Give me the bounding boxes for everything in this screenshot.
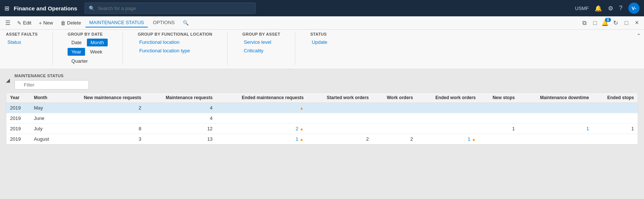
cell-downtime xyxy=(518,113,593,124)
ended-mr-arrow: ▲ xyxy=(300,127,304,131)
ended-mr-link[interactable]: 2 xyxy=(296,126,298,131)
user-avatar[interactable]: V- xyxy=(628,3,640,14)
edit-button[interactable]: ✎ Edit xyxy=(14,19,34,27)
service-level-item[interactable]: Service level xyxy=(243,39,280,46)
expand-icon[interactable]: ⧉ xyxy=(580,18,589,28)
col-new-stops: New stops xyxy=(479,93,518,103)
delete-button[interactable]: 🗑 Delete xyxy=(58,19,84,27)
main-content: ◢ MAINTENANCE STATUS 🔍 Year Month New ma… xyxy=(0,69,644,199)
tab-maintenance-status[interactable]: MAINTENANCE STATUS xyxy=(85,18,148,27)
downtime-link[interactable]: 1 xyxy=(586,126,589,131)
asset-faults-title: ASSET FAULTS xyxy=(6,32,38,36)
col-ended-mr: Ended maintenance requests xyxy=(216,93,307,103)
cell-mr: 4 xyxy=(145,103,216,113)
col-wo: Work orders xyxy=(373,93,417,103)
cell-ended-mr xyxy=(216,113,307,124)
col-downtime: Maintenance downtime xyxy=(518,93,593,103)
bell-icon[interactable]: 🔔 xyxy=(595,5,602,12)
cell-year: 2019 xyxy=(6,113,30,124)
cell-month: May xyxy=(30,103,59,113)
cell-month: July xyxy=(30,124,59,134)
table-row[interactable]: 2019 June 4 xyxy=(6,113,638,124)
status-group-title: STATUS xyxy=(310,32,329,36)
ended-mr-link[interactable]: 1 xyxy=(296,136,298,142)
cell-ended-mr: 1 ▲ xyxy=(216,134,307,144)
cell-ended-stops xyxy=(593,113,638,124)
cell-new-mr: 8 xyxy=(60,124,145,134)
ribbon-bar: ☰ ✎ Edit + New 🗑 Delete MAINTENANCE STAT… xyxy=(0,16,644,30)
new-label: New xyxy=(43,20,53,26)
ribbon-search-icon[interactable]: 🔍 xyxy=(180,19,192,27)
date-option-year[interactable]: Year xyxy=(68,48,85,56)
delete-icon: 🗑 xyxy=(61,20,66,26)
edit-icon: ✎ xyxy=(17,20,22,26)
update-item[interactable]: Update xyxy=(310,39,329,46)
word-icon[interactable]: □ xyxy=(591,18,599,28)
col-month: Month xyxy=(30,93,59,103)
gear-icon[interactable]: ⚙ xyxy=(608,5,613,12)
ended-mr-arrow: ▲ xyxy=(300,137,304,141)
cell-mr: 12 xyxy=(145,124,216,134)
date-option-week[interactable]: Week xyxy=(87,48,106,56)
divider-3 xyxy=(227,32,228,65)
cell-downtime xyxy=(518,134,593,144)
cell-wo xyxy=(373,113,417,124)
notification-badge: 0 xyxy=(605,18,611,22)
ribbon-group-functional-location: GROUP BY FUNCTIONAL LOCATION Functional … xyxy=(138,32,212,65)
delete-label: Delete xyxy=(67,20,81,26)
date-option-date[interactable]: Date xyxy=(68,39,85,46)
search-input[interactable] xyxy=(98,6,251,11)
date-option-quarter[interactable]: Quarter xyxy=(68,57,91,65)
group-by-asset-title: GROUP BY ASSET xyxy=(243,32,280,36)
ribbon-group-date: GROUP BY DATE Date Month Year Week Quart… xyxy=(68,32,108,65)
divider-4 xyxy=(295,32,295,65)
cell-new-stops xyxy=(479,134,518,144)
asset-faults-content: Status xyxy=(6,39,38,46)
filter-wrap: 🔍 xyxy=(14,80,638,89)
edit-label: Edit xyxy=(23,20,31,26)
cell-started-wo xyxy=(308,113,373,124)
cell-ended-wo: 1 ▲ xyxy=(417,134,479,144)
col-started-wo: Started work orders xyxy=(308,93,373,103)
table-row[interactable]: 2019 August 3 13 1 ▲ 2 2 1 ▲ xyxy=(6,134,638,144)
cell-downtime: 1 xyxy=(518,124,593,134)
group-by-date-title: GROUP BY DATE xyxy=(68,32,108,36)
asset-faults-status[interactable]: Status xyxy=(6,39,23,46)
filter-input[interactable] xyxy=(14,80,89,89)
cell-month: June xyxy=(30,113,59,124)
plus-icon: + xyxy=(39,20,42,26)
ribbon-collapse-icon[interactable]: ⌃ xyxy=(637,33,641,39)
cell-ended-stops: 1 xyxy=(593,124,638,134)
app-title: Finance and Operations xyxy=(14,5,77,12)
search-icon: 🔍 xyxy=(89,6,95,11)
new-button[interactable]: + New xyxy=(36,19,56,27)
cell-ended-stops xyxy=(593,134,638,144)
date-option-month[interactable]: Month xyxy=(87,39,108,46)
col-new-mr: New maintenance requests xyxy=(60,93,145,103)
cell-wo xyxy=(373,124,417,134)
cell-new-mr: 2 xyxy=(60,103,145,113)
cell-wo xyxy=(373,103,417,113)
functional-location-item[interactable]: Functional location xyxy=(138,39,212,46)
top-navigation: ⊞ Finance and Operations 🔍 USMF 🔔 ⚙ ? V- xyxy=(0,0,644,16)
grid-icon[interactable]: ⊞ xyxy=(4,5,9,12)
refresh-icon[interactable]: ↻ xyxy=(611,18,620,28)
criticality-item[interactable]: Criticality xyxy=(243,47,280,54)
cell-started-wo: 2 xyxy=(308,134,373,144)
search-bar[interactable]: 🔍 xyxy=(85,3,256,14)
close-icon[interactable]: × xyxy=(632,18,641,27)
ended-mr-arrow: ▲ xyxy=(300,106,304,110)
table-row[interactable]: 2019 May 2 4 ▲ xyxy=(6,103,638,113)
notifications-icon[interactable]: 🔔 0 xyxy=(601,19,609,26)
filter-funnel-icon[interactable]: ◢ xyxy=(6,77,10,83)
help-icon[interactable]: ? xyxy=(619,5,622,12)
hamburger-icon[interactable]: ☰ xyxy=(3,18,13,28)
cell-new-stops xyxy=(479,103,518,113)
detach-icon[interactable]: □ xyxy=(622,18,631,28)
cell-new-mr xyxy=(60,113,145,124)
ribbon-right-actions: ⧉ □ 🔔 0 ↻ □ × xyxy=(580,18,641,28)
table-row[interactable]: 2019 July 8 12 2 ▲ 1 1 1 xyxy=(6,124,638,134)
ended-wo-link[interactable]: 1 xyxy=(468,136,470,142)
tab-options[interactable]: OPTIONS xyxy=(149,18,179,27)
functional-location-type-item[interactable]: Functional location type xyxy=(138,47,212,54)
